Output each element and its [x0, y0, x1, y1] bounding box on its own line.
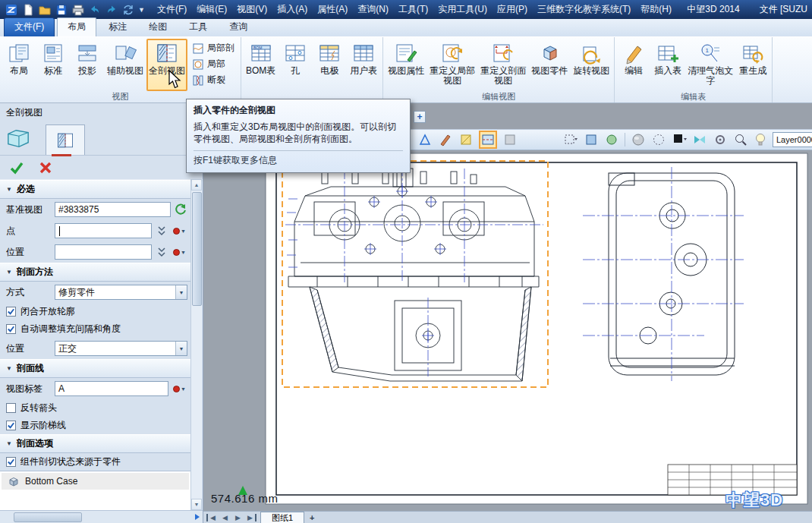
toolbar-add-icon[interactable]: +	[414, 111, 426, 123]
tab-layout[interactable]: 布局	[57, 17, 96, 37]
last-sheet-icon[interactable]: ▶	[245, 514, 257, 521]
drawing-canvas[interactable]: 574.616 mm 中望3D	[203, 149, 812, 511]
color-swatch-icon[interactable]	[672, 132, 687, 147]
menu-teaching-system[interactable]: 三维数字化教学系统(T)	[537, 3, 631, 16]
sheet-tab[interactable]: 图纸1	[260, 512, 304, 523]
scroll-thumb[interactable]	[14, 512, 82, 522]
rotate-view-button[interactable]: 旋转视图	[571, 39, 612, 91]
qat-dropdown-icon[interactable]: ▼	[138, 6, 145, 14]
selection-filter-icon[interactable]	[563, 132, 578, 147]
projection-view-button[interactable]: 投影	[71, 39, 104, 91]
partial-section-button[interactable]: 局部剖	[190, 42, 237, 55]
checkbox-flip-arrows[interactable]: 反转箭头	[0, 399, 190, 417]
regenerate-table-button[interactable]: 重生成	[736, 39, 770, 91]
open-file-icon[interactable]	[38, 3, 51, 16]
pick-edge-icon[interactable]	[604, 132, 619, 147]
ok-button[interactable]	[9, 160, 24, 175]
save-icon[interactable]	[55, 3, 68, 16]
tab-file[interactable]: 文件(F)	[4, 17, 55, 36]
section-command-icon[interactable]	[479, 131, 497, 149]
section-location-select[interactable]: 正交 ▼	[55, 341, 187, 356]
magnifier-icon[interactable]	[733, 132, 748, 147]
bulb-icon[interactable]	[753, 132, 768, 147]
tab-tools[interactable]: 工具	[179, 18, 217, 36]
sheet-3d-icon[interactable]	[6, 127, 30, 151]
menu-file[interactable]: 文件(F)	[157, 3, 187, 16]
view-part-button[interactable]: 视图零件	[529, 39, 570, 91]
section-method-select[interactable]: 修剪零件 ▼	[55, 285, 187, 300]
expand-list-icon[interactable]	[155, 245, 168, 259]
checkbox-component-section-source[interactable]: 组件剖切状态来源于零件	[0, 453, 190, 471]
menu-insert[interactable]: 插入(A)	[277, 3, 307, 16]
detail-view-button[interactable]: 局部	[190, 58, 237, 71]
broken-view-button[interactable]: 断裂	[190, 74, 237, 87]
view-attributes-button[interactable]: 视图属性	[386, 39, 426, 91]
eraser-icon[interactable]	[502, 132, 518, 147]
location-input[interactable]	[55, 244, 152, 260]
panel-horizontal-scrollbar[interactable]	[0, 510, 203, 523]
standard-view-button[interactable]: 标准	[36, 39, 70, 91]
scroll-down-icon[interactable]: ▼	[191, 499, 202, 510]
section-options[interactable]: ▼剖面选项	[0, 434, 190, 453]
app-logo-icon[interactable]	[5, 3, 17, 16]
tag-filter-dropdown[interactable]: ▼	[172, 382, 187, 395]
edit-table-button[interactable]: 编辑	[617, 39, 650, 91]
auto-pick-icon[interactable]	[174, 203, 187, 216]
hole-table-button[interactable]: 孔	[279, 39, 312, 91]
auxiliary-view-button[interactable]: 辅助视图	[105, 39, 146, 91]
sync-icon[interactable]	[121, 3, 134, 16]
menu-attributes[interactable]: 属性(A)	[317, 3, 348, 16]
location-filter-dropdown[interactable]: ▼	[172, 245, 187, 259]
redefine-section-view-button[interactable]: 重定义剖面视图	[478, 39, 528, 91]
insert-table-button[interactable]: 插入表	[651, 39, 685, 91]
section-required[interactable]: ▼必选	[0, 180, 190, 199]
first-sheet-icon[interactable]: ◀	[206, 514, 218, 521]
layout-view-button[interactable]: 布局	[2, 39, 36, 91]
prev-sheet-icon[interactable]: ◀	[219, 514, 231, 521]
datum-snap-icon[interactable]	[417, 132, 433, 147]
gear-icon[interactable]	[713, 132, 728, 147]
menu-help[interactable]: 帮助(H)	[640, 3, 672, 16]
base-view-input[interactable]: #3833875	[55, 202, 171, 217]
view-flip-icon[interactable]	[692, 132, 707, 147]
cancel-button[interactable]	[38, 160, 53, 175]
sketch-pencil-icon[interactable]	[438, 132, 453, 147]
wireframe-display-icon[interactable]	[651, 132, 666, 147]
shaded-display-icon[interactable]	[631, 132, 646, 147]
point-filter-dropdown[interactable]: ▼	[172, 224, 187, 238]
redefine-detail-view-button[interactable]: 重定义局部视图	[427, 39, 477, 91]
active-command-tab[interactable]	[46, 124, 85, 155]
menu-applications[interactable]: 应用(P)	[497, 3, 527, 16]
checkbox-close-open-profile[interactable]: 闭合开放轮廓	[0, 303, 190, 320]
point-input[interactable]	[55, 223, 152, 238]
menu-inquire[interactable]: 查询(N)	[357, 3, 389, 16]
section-hatch[interactable]: ▼剖面线	[0, 359, 190, 378]
menu-tools[interactable]: 工具(T)	[398, 3, 428, 16]
add-sheet-icon[interactable]: +	[306, 513, 318, 522]
scroll-thumb[interactable]	[192, 192, 202, 306]
pick-face-icon[interactable]	[584, 132, 599, 147]
menu-edit[interactable]: 编辑(E)	[197, 3, 227, 16]
clean-balloon-text-button[interactable]: 1 清理气泡文字	[685, 39, 735, 91]
tab-inquire[interactable]: 查询	[219, 18, 257, 36]
hatch-brush-icon[interactable]	[458, 132, 474, 147]
undo-icon[interactable]	[88, 3, 101, 16]
bom-table-button[interactable]: BOM BOM表	[244, 39, 278, 91]
menu-view[interactable]: 视图(V)	[237, 3, 267, 16]
scroll-right-icon[interactable]	[191, 512, 203, 523]
new-document-icon[interactable]	[21, 3, 34, 16]
menu-utilities[interactable]: 实用工具(U)	[438, 3, 487, 16]
checkbox-auto-adjust-hatch[interactable]: 自动调整填充间隔和角度	[0, 320, 190, 338]
user-table-button[interactable]: 用户表	[347, 39, 380, 91]
next-sheet-icon[interactable]: ▶	[232, 514, 244, 521]
checkbox-show-step-lines[interactable]: 显示阶梯线	[0, 417, 190, 434]
scroll-up-icon[interactable]: ▲	[191, 179, 202, 191]
expand-list-icon[interactable]	[155, 224, 168, 238]
print-icon[interactable]	[71, 3, 84, 16]
list-item[interactable]: Bottom Case	[2, 473, 189, 490]
tab-draw[interactable]: 绘图	[139, 18, 177, 36]
layer-select[interactable]: Layer0000 ▼	[773, 132, 812, 147]
tab-annotate[interactable]: 标注	[99, 18, 137, 36]
view-tag-input[interactable]: A	[55, 381, 168, 396]
redo-icon[interactable]	[105, 3, 118, 16]
